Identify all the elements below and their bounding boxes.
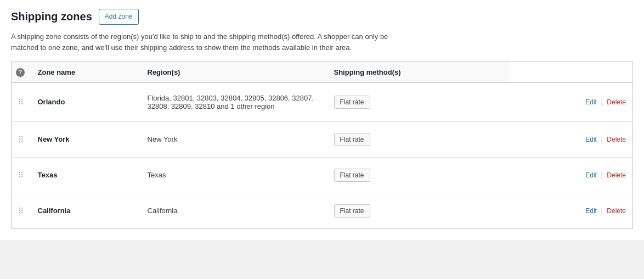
drag-cell: ⠿ bbox=[12, 121, 31, 157]
shipping-zones-table: ? Zone name Region(s) Shipping method(s)… bbox=[11, 62, 633, 229]
zone-name: Orlando bbox=[38, 98, 65, 106]
region-cell: Texas bbox=[141, 157, 327, 193]
delete-link[interactable]: Delete bbox=[607, 207, 626, 215]
help-icon[interactable]: ? bbox=[16, 68, 25, 77]
actions-cell: Edit | Delete bbox=[510, 157, 632, 193]
drag-handle[interactable]: ⠿ bbox=[18, 135, 24, 144]
zone-name-cell: Texas bbox=[31, 157, 141, 193]
page-description: A shipping zone consists of the region(s… bbox=[11, 31, 395, 53]
edit-link[interactable]: Edit bbox=[585, 171, 597, 179]
method-cell: Flat rate bbox=[327, 82, 510, 121]
region-text: California bbox=[148, 207, 178, 215]
edit-link[interactable]: Edit bbox=[585, 136, 597, 143]
zone-name: Texas bbox=[38, 171, 58, 179]
drag-handle[interactable]: ⠿ bbox=[18, 98, 24, 107]
region-cell: New York bbox=[141, 121, 327, 157]
delete-link[interactable]: Delete bbox=[607, 171, 626, 179]
add-zone-button[interactable]: Add zone bbox=[99, 9, 139, 25]
table-row: ⠿ Texas Texas Flat rate Edit | Delete bbox=[12, 157, 633, 193]
method-cell: Flat rate bbox=[327, 121, 510, 157]
delete-link[interactable]: Delete bbox=[607, 136, 626, 143]
separator: | bbox=[601, 207, 603, 215]
method-badge: Flat rate bbox=[334, 204, 370, 217]
zone-name: New York bbox=[38, 135, 70, 143]
table-header-row: ? Zone name Region(s) Shipping method(s) bbox=[12, 62, 633, 83]
actions-cell: Edit | Delete bbox=[510, 82, 632, 121]
col-help: ? bbox=[12, 62, 31, 83]
drag-cell: ⠿ bbox=[12, 193, 31, 228]
method-badge: Flat rate bbox=[334, 133, 370, 146]
region-text: Florida, 32801, 32803, 32804, 32805, 328… bbox=[148, 94, 314, 110]
drag-cell: ⠿ bbox=[12, 157, 31, 193]
actions-cell: Edit | Delete bbox=[510, 121, 632, 157]
table-row: ⠿ New York New York Flat rate Edit | Del… bbox=[12, 121, 633, 157]
zone-name-cell: California bbox=[31, 193, 141, 228]
drag-handle[interactable]: ⠿ bbox=[18, 207, 24, 215]
region-text: New York bbox=[148, 135, 178, 143]
method-cell: Flat rate bbox=[327, 193, 510, 228]
table-row: ⠿ California California Flat rate Edit |… bbox=[12, 193, 633, 228]
col-zone-name: Zone name bbox=[31, 62, 141, 83]
region-cell: Florida, 32801, 32803, 32804, 32805, 328… bbox=[141, 82, 327, 121]
edit-link[interactable]: Edit bbox=[585, 207, 597, 215]
delete-link[interactable]: Delete bbox=[607, 98, 626, 106]
table-row: ⠿ Orlando Florida, 32801, 32803, 32804, … bbox=[12, 82, 633, 121]
col-method: Shipping method(s) bbox=[327, 62, 510, 83]
drag-cell: ⠿ bbox=[12, 82, 31, 121]
zone-name-cell: Orlando bbox=[31, 82, 141, 121]
method-badge: Flat rate bbox=[334, 169, 370, 182]
actions-cell: Edit | Delete bbox=[510, 193, 632, 228]
region-cell: California bbox=[141, 193, 327, 228]
region-text: Texas bbox=[148, 171, 166, 179]
separator: | bbox=[601, 136, 603, 143]
drag-handle[interactable]: ⠿ bbox=[18, 171, 24, 180]
page-title: Shipping zones bbox=[11, 10, 92, 23]
edit-link[interactable]: Edit bbox=[585, 98, 597, 106]
method-cell: Flat rate bbox=[327, 157, 510, 193]
col-region: Region(s) bbox=[141, 62, 327, 83]
separator: | bbox=[601, 171, 603, 179]
zone-name: California bbox=[38, 207, 71, 215]
method-badge: Flat rate bbox=[334, 96, 370, 109]
separator: | bbox=[601, 98, 603, 106]
zone-name-cell: New York bbox=[31, 121, 141, 157]
